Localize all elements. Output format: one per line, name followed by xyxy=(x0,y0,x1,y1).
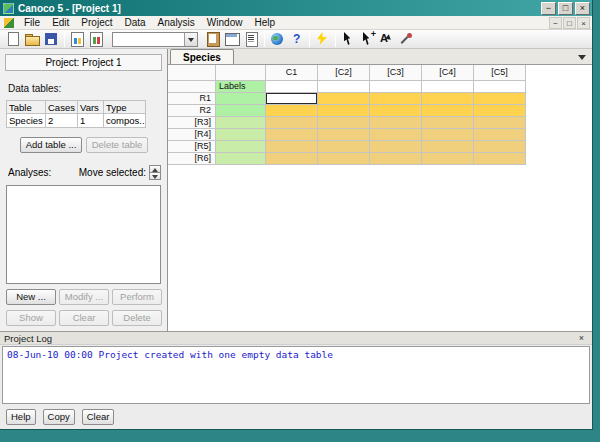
tables-grid-cell[interactable]: 1 xyxy=(78,114,104,128)
close-log-icon[interactable]: × xyxy=(575,333,588,344)
column-label-cell[interactable] xyxy=(318,81,370,93)
tables-grid-cell[interactable]: compos... xyxy=(104,114,146,128)
data-cell[interactable] xyxy=(422,141,474,153)
add-table-button[interactable]: Add table ... xyxy=(20,137,82,153)
menu-analysis[interactable]: Analysis xyxy=(152,16,201,30)
data-cell[interactable] xyxy=(474,105,526,117)
data-cell[interactable] xyxy=(422,129,474,141)
move-down-button[interactable] xyxy=(149,173,161,180)
pin-icon[interactable] xyxy=(397,31,414,47)
data-cell[interactable] xyxy=(370,93,422,105)
analyze-icon[interactable] xyxy=(314,31,331,47)
graph-wizard-icon[interactable] xyxy=(69,31,86,47)
data-cell[interactable] xyxy=(266,117,318,129)
new-analysis-button[interactable]: New ... xyxy=(6,289,56,305)
menu-project[interactable]: Project xyxy=(75,16,118,30)
graph-page-icon[interactable] xyxy=(88,31,105,47)
row-header[interactable] xyxy=(168,81,216,93)
row-header[interactable]: R1 xyxy=(168,93,216,105)
minimize-button[interactable]: − xyxy=(541,2,556,15)
data-cell[interactable] xyxy=(474,141,526,153)
child-close-button[interactable]: × xyxy=(577,17,590,29)
grid-corner-cell[interactable] xyxy=(168,65,216,81)
data-cell[interactable] xyxy=(370,105,422,117)
tab-species[interactable]: Species xyxy=(170,49,234,64)
combo-dropdown-icon[interactable] xyxy=(184,33,197,46)
data-cell[interactable] xyxy=(266,105,318,117)
column-label-cell[interactable] xyxy=(422,81,474,93)
menu-help[interactable]: Help xyxy=(248,16,281,30)
child-restore-button[interactable]: □ xyxy=(563,17,576,29)
labels-corner-cell[interactable]: Labels xyxy=(216,81,266,93)
data-cell[interactable] xyxy=(370,129,422,141)
column-header[interactable]: [C2] xyxy=(318,65,370,81)
row-header[interactable]: [R3] xyxy=(168,117,216,129)
table-list-dropdown-icon[interactable] xyxy=(578,55,586,64)
data-cell[interactable] xyxy=(318,153,370,165)
data-cell[interactable] xyxy=(370,153,422,165)
column-header[interactable]: [C4] xyxy=(422,65,474,81)
data-cell[interactable] xyxy=(318,93,370,105)
report-icon[interactable] xyxy=(243,31,260,47)
data-cell[interactable] xyxy=(474,93,526,105)
label-tool-icon[interactable] xyxy=(378,31,395,47)
close-button[interactable]: × xyxy=(575,2,590,15)
row-label-cell[interactable] xyxy=(216,141,266,153)
row-label-cell[interactable] xyxy=(216,153,266,165)
column-label-cell[interactable] xyxy=(474,81,526,93)
pointer-icon[interactable] xyxy=(340,31,357,47)
help-icon[interactable] xyxy=(288,31,305,47)
log-copy-button[interactable]: Copy xyxy=(43,409,75,425)
row-header[interactable]: [R5] xyxy=(168,141,216,153)
globe-icon[interactable] xyxy=(269,31,286,47)
data-cell[interactable] xyxy=(266,129,318,141)
menu-window[interactable]: Window xyxy=(201,16,249,30)
data-cell[interactable] xyxy=(266,153,318,165)
tables-grid-cell[interactable]: 2 xyxy=(46,114,78,128)
data-cell[interactable] xyxy=(266,141,318,153)
column-label-cell[interactable] xyxy=(266,81,318,93)
log-clear-button[interactable]: Clear xyxy=(82,409,115,425)
maximize-button[interactable]: □ xyxy=(558,2,573,15)
column-label-cell[interactable] xyxy=(370,81,422,93)
data-cell[interactable] xyxy=(422,93,474,105)
column-header[interactable]: [C3] xyxy=(370,65,422,81)
log-help-button[interactable]: Help xyxy=(6,409,36,425)
row-label-cell[interactable] xyxy=(216,129,266,141)
data-cell[interactable] xyxy=(370,117,422,129)
data-table-icon[interactable] xyxy=(224,31,241,47)
child-minimize-button[interactable]: − xyxy=(549,17,562,29)
data-cell[interactable] xyxy=(474,117,526,129)
data-cell[interactable] xyxy=(318,141,370,153)
row-label-cell[interactable] xyxy=(216,105,266,117)
data-cell[interactable] xyxy=(318,117,370,129)
data-cell[interactable] xyxy=(318,129,370,141)
row-header[interactable]: R2 xyxy=(168,105,216,117)
data-cell[interactable] xyxy=(422,153,474,165)
menu-data[interactable]: Data xyxy=(118,16,151,30)
analyses-listbox[interactable] xyxy=(6,185,161,284)
pointer-plus-icon[interactable] xyxy=(359,31,376,47)
data-cell[interactable] xyxy=(370,141,422,153)
data-cell[interactable] xyxy=(422,117,474,129)
column-header-labels[interactable] xyxy=(216,65,266,81)
data-cell[interactable] xyxy=(474,153,526,165)
menu-file[interactable]: File xyxy=(18,16,46,30)
column-header[interactable]: C1 xyxy=(266,65,318,81)
save-icon[interactable] xyxy=(43,31,60,47)
row-label-cell[interactable] xyxy=(216,117,266,129)
data-cell[interactable] xyxy=(474,129,526,141)
row-header[interactable]: [R6] xyxy=(168,153,216,165)
data-cell[interactable] xyxy=(318,105,370,117)
tables-grid-cell[interactable]: Species xyxy=(6,114,46,128)
quick-select-combo[interactable] xyxy=(112,32,198,47)
new-icon[interactable] xyxy=(5,31,22,47)
data-cell[interactable] xyxy=(422,105,474,117)
data-cell[interactable] xyxy=(266,93,318,105)
open-icon[interactable] xyxy=(24,31,41,47)
move-up-button[interactable] xyxy=(149,165,161,173)
menu-edit[interactable]: Edit xyxy=(46,16,75,30)
row-header[interactable]: [R4] xyxy=(168,129,216,141)
paste-icon[interactable] xyxy=(205,31,222,47)
column-header[interactable]: [C5] xyxy=(474,65,526,81)
